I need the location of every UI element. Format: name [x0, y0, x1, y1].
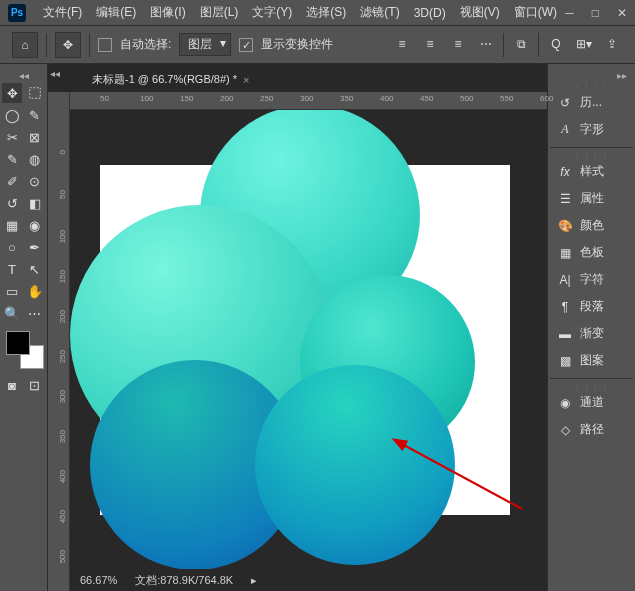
panel-swatches[interactable]: ▦色板: [550, 239, 633, 266]
document-tab-title: 未标题-1 @ 66.7%(RGB/8#) *: [92, 72, 237, 87]
menu-bar: Ps 文件(F) 编辑(E) 图像(I) 图层(L) 文字(Y) 选择(S) 滤…: [0, 0, 635, 26]
search-icon[interactable]: Q: [545, 33, 567, 55]
menu-window[interactable]: 窗口(W): [507, 4, 564, 21]
auto-select-dropdown[interactable]: 图层: [179, 33, 231, 56]
show-transform-checkbox[interactable]: [239, 38, 253, 52]
menu-text[interactable]: 文字(Y): [245, 4, 299, 21]
status-bar: 66.67% 文档:878.9K/764.8K ▸: [70, 569, 547, 591]
panel-color[interactable]: 🎨颜色: [550, 212, 633, 239]
lasso-tool[interactable]: ◯: [2, 105, 22, 125]
styles-icon: fx: [556, 164, 574, 180]
brush-tool[interactable]: ✐: [2, 171, 22, 191]
shape-tool[interactable]: ▭: [2, 281, 22, 301]
paragraph-icon: ¶: [556, 299, 574, 315]
window-close-icon[interactable]: ✕: [617, 6, 627, 20]
text-tool[interactable]: T: [2, 259, 22, 279]
gradient-tool[interactable]: ▦: [2, 215, 22, 235]
panel-paths[interactable]: ◇路径: [550, 416, 633, 443]
menu-edit[interactable]: 编辑(E): [89, 4, 143, 21]
menu-view[interactable]: 视图(V): [453, 4, 507, 21]
move-tool[interactable]: ✥: [2, 83, 22, 103]
eyedropper-tool[interactable]: ✎: [2, 149, 22, 169]
swatches-icon: ▦: [556, 245, 574, 261]
quick-select-tool[interactable]: ✎: [25, 105, 45, 125]
auto-select-label: 自动选择:: [120, 36, 171, 53]
screen-mode-tool[interactable]: ⊡: [25, 375, 45, 395]
channels-icon: ◉: [556, 395, 574, 411]
document-size[interactable]: 文档:878.9K/764.8K: [135, 573, 233, 588]
panel-character[interactable]: A|字符: [550, 266, 633, 293]
panel-history[interactable]: ↺历...: [550, 89, 633, 116]
tool-collapse-icon[interactable]: ◂◂: [2, 68, 45, 83]
properties-icon: ☰: [556, 191, 574, 207]
path-select-tool[interactable]: ↖: [25, 259, 45, 279]
edit-toolbar-icon[interactable]: ⋯: [25, 303, 45, 323]
glyph-icon: A: [556, 122, 574, 138]
panel-pattern[interactable]: ▩图案: [550, 347, 633, 374]
character-icon: A|: [556, 272, 574, 288]
panel-channels[interactable]: ◉通道: [550, 389, 633, 416]
color-icon: 🎨: [556, 218, 574, 234]
menu-filter[interactable]: 滤镜(T): [353, 4, 406, 21]
ruler-vertical: 0 50 100 150 200 250 300 350 400 450 500: [48, 92, 70, 591]
align-top-icon[interactable]: ≡: [391, 33, 413, 55]
options-bar: ⌂ ✥ 自动选择: 图层 显示变换控件 ≡ ≡ ≡ ⋯ ⧉ Q ⊞▾ ⇪: [0, 26, 635, 64]
pen-tool[interactable]: ✒: [25, 237, 45, 257]
history-icon: ↺: [556, 95, 574, 111]
window-maximize-icon[interactable]: □: [592, 6, 599, 20]
show-transform-label: 显示变换控件: [261, 36, 333, 53]
clone-tool[interactable]: ⊙: [25, 171, 45, 191]
blur-tool[interactable]: ◉: [25, 215, 45, 235]
menu-select[interactable]: 选择(S): [299, 4, 353, 21]
frame-tool[interactable]: ⊠: [25, 127, 45, 147]
quick-mask-tool[interactable]: ◙: [2, 375, 22, 395]
app-logo: Ps: [8, 4, 26, 22]
shape-circle-5[interactable]: [255, 365, 455, 565]
crop-tool[interactable]: ✂: [2, 127, 22, 147]
more-options-icon[interactable]: ⋯: [475, 33, 497, 55]
hand-tool[interactable]: ✋: [25, 281, 45, 301]
tool-panel: ◂◂ ✥ ◯ ✎ ✂ ⊠ ✎ ◍ ✐ ⊙ ↺ ◧ ▦ ◉ ○ ✒ T ↖ ▭ ✋…: [0, 64, 48, 591]
right-panel: ▸▸ ⋮⋮⋮⋮ ↺历... A字形 ⋮⋮⋮⋮ fx样式 ☰属性 🎨颜色 ▦色板 …: [547, 64, 635, 591]
share-icon[interactable]: ⇪: [601, 33, 623, 55]
window-minimize-icon[interactable]: ─: [565, 6, 574, 20]
zoom-level[interactable]: 66.67%: [80, 574, 117, 586]
ruler-horizontal: 50 100 150 200 250 300 350 400 450 500 5…: [70, 92, 547, 110]
dodge-tool[interactable]: ○: [2, 237, 22, 257]
panel-collapse-left-icon[interactable]: ◂◂: [48, 64, 62, 92]
artboard-tool[interactable]: [25, 83, 45, 103]
move-tool-indicator[interactable]: ✥: [55, 32, 81, 58]
auto-select-checkbox[interactable]: [98, 38, 112, 52]
svg-rect-0: [29, 88, 40, 99]
canvas-viewport[interactable]: [70, 110, 547, 569]
canvas-area: ◂◂ 未标题-1 @ 66.7%(RGB/8#) * × 0 50 100 15…: [48, 64, 547, 591]
panel-properties[interactable]: ☰属性: [550, 185, 633, 212]
document-tab-bar: 未标题-1 @ 66.7%(RGB/8#) * ×: [62, 64, 261, 92]
panel-styles[interactable]: fx样式: [550, 158, 633, 185]
home-button[interactable]: ⌂: [12, 32, 38, 58]
heal-tool[interactable]: ◍: [25, 149, 45, 169]
menu-layer[interactable]: 图层(L): [193, 4, 246, 21]
color-swatches[interactable]: [6, 331, 44, 369]
history-brush-tool[interactable]: ↺: [2, 193, 22, 213]
pattern-icon: ▩: [556, 353, 574, 369]
document-tab[interactable]: 未标题-1 @ 66.7%(RGB/8#) * ×: [80, 67, 261, 92]
panel-paragraph[interactable]: ¶段落: [550, 293, 633, 320]
panel-collapse-right-icon[interactable]: ▸▸: [550, 68, 633, 83]
menu-file[interactable]: 文件(F): [36, 4, 89, 21]
3d-mode-icon[interactable]: ⧉: [510, 33, 532, 55]
panel-gradient[interactable]: ▬渐变: [550, 320, 633, 347]
align-bottom-icon[interactable]: ≡: [447, 33, 469, 55]
status-more-icon[interactable]: ▸: [251, 574, 257, 587]
panel-glyphs[interactable]: A字形: [550, 116, 633, 143]
menu-3d[interactable]: 3D(D): [407, 6, 453, 20]
foreground-color[interactable]: [6, 331, 30, 355]
menu-image[interactable]: 图像(I): [143, 4, 192, 21]
workspace-icon[interactable]: ⊞▾: [573, 33, 595, 55]
zoom-tool[interactable]: 🔍: [2, 303, 22, 323]
eraser-tool[interactable]: ◧: [25, 193, 45, 213]
artboard[interactable]: [100, 165, 510, 515]
align-middle-icon[interactable]: ≡: [419, 33, 441, 55]
tab-close-icon[interactable]: ×: [243, 74, 249, 86]
gradient-icon: ▬: [556, 326, 574, 342]
